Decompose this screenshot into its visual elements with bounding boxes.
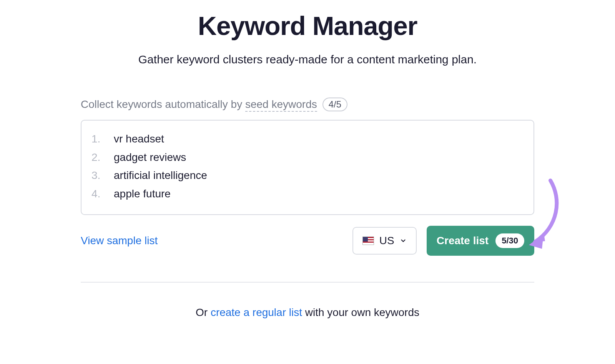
collect-prefix: Collect keywords automatically by <box>81 98 245 110</box>
seed-count-pill: 4/5 <box>322 98 347 111</box>
view-sample-link[interactable]: View sample list <box>81 235 158 247</box>
keyword-number: 3. <box>91 166 114 185</box>
us-flag-icon <box>362 237 374 245</box>
country-code-label: US <box>379 235 394 247</box>
country-select[interactable]: US <box>352 227 417 255</box>
keyword-number: 1. <box>91 130 114 148</box>
keyword-item: 2.gadget reviews <box>91 148 524 167</box>
keyword-item: 1.vr headset <box>91 130 524 148</box>
seed-keywords-link[interactable]: seed keywords <box>245 98 317 112</box>
create-list-badge: 5/30 <box>495 233 524 248</box>
footer-text: Or create a regular list with your own k… <box>81 306 534 319</box>
actions-row: View sample list US Create list 5/30 <box>81 226 534 256</box>
keyword-text: gadget reviews <box>114 148 186 167</box>
keyword-number: 2. <box>91 148 114 167</box>
footer-prefix: Or <box>196 306 211 318</box>
keyword-text: artificial intelligence <box>114 166 207 185</box>
keyword-number: 4. <box>91 185 114 203</box>
collect-label-row: Collect keywords automatically by seed k… <box>81 98 534 111</box>
footer-suffix: with your own keywords <box>302 306 419 318</box>
page-subtitle: Gather keyword clusters ready-made for a… <box>81 53 534 66</box>
divider <box>81 282 534 283</box>
page-title: Keyword Manager <box>81 11 534 41</box>
create-list-label: Create list <box>437 235 489 247</box>
keyword-item: 3.artificial intelligence <box>91 166 524 185</box>
keyword-text: apple future <box>114 185 171 203</box>
create-list-button[interactable]: Create list 5/30 <box>427 226 534 256</box>
keyword-text: vr headset <box>114 130 164 148</box>
keywords-input-box[interactable]: 1.vr headset2.gadget reviews3.artificial… <box>81 120 534 215</box>
create-regular-list-link[interactable]: create a regular list <box>211 306 302 318</box>
chevron-down-icon <box>400 237 407 244</box>
keyword-item: 4.apple future <box>91 185 524 203</box>
keyword-list: 1.vr headset2.gadget reviews3.artificial… <box>91 130 524 203</box>
